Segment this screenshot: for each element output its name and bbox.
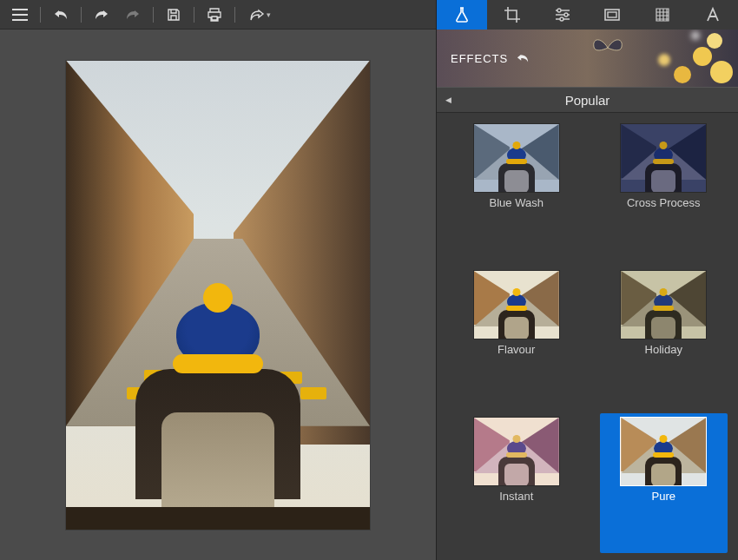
print-icon [207, 8, 222, 22]
separator [194, 7, 194, 23]
effect-blue-wash[interactable]: Blue Wash [452, 120, 581, 260]
main-photo [66, 61, 370, 530]
effect-thumbnail [620, 417, 707, 486]
effects-banner: EFFECTS [437, 30, 738, 87]
effect-instant[interactable]: Instant [452, 413, 581, 553]
effect-thumbnail [620, 123, 707, 193]
banner-decoration [582, 30, 738, 87]
redo-step-button[interactable] [118, 3, 148, 27]
separator [153, 7, 154, 23]
share-icon [249, 8, 265, 22]
save-button[interactable] [159, 3, 188, 27]
butterfly-icon [590, 35, 625, 61]
app-root: ▾ [0, 0, 738, 560]
redo-step-icon [124, 8, 142, 22]
svg-point-2 [560, 17, 563, 21]
canvas-area[interactable] [0, 30, 436, 560]
collapse-icon: ◀ [445, 96, 451, 104]
separator [81, 7, 82, 23]
crop-icon [504, 6, 521, 23]
editor-pane: ▾ [0, 0, 436, 560]
tab-texture[interactable] [637, 0, 688, 30]
text-icon [704, 6, 722, 23]
effect-label: Pure [652, 490, 675, 503]
tab-crop[interactable] [487, 0, 537, 30]
tool-tabs [437, 0, 738, 30]
side-panel: EFFECTS ◀ Popular [436, 0, 738, 560]
undo-button[interactable] [46, 3, 76, 27]
redo-button[interactable] [87, 3, 116, 27]
share-button[interactable]: ▾ [241, 3, 279, 27]
effect-thumbnail [473, 417, 560, 486]
svg-point-1 [564, 13, 568, 16]
tab-effects[interactable] [437, 0, 487, 30]
effect-holiday[interactable]: Holiday [600, 267, 728, 406]
effect-label: Flavour [497, 343, 535, 356]
effect-thumbnail [473, 123, 560, 193]
effect-thumbnail [473, 270, 560, 339]
flask-icon [453, 6, 471, 23]
effect-flavour[interactable]: Flavour [452, 267, 581, 406]
texture-icon [654, 6, 671, 23]
save-icon [167, 8, 181, 22]
effect-label: Blue Wash [490, 196, 544, 209]
category-label: Popular [565, 93, 610, 108]
effects-grid[interactable]: Blue Wash Cross Process Flavour [437, 113, 738, 560]
separator [234, 7, 235, 23]
effect-label: Holiday [645, 343, 682, 356]
effect-label: Instant [499, 490, 533, 503]
svg-rect-4 [608, 12, 616, 17]
effect-thumbnail [620, 270, 707, 339]
tab-adjust[interactable] [537, 0, 588, 30]
undo-icon [52, 8, 69, 22]
tab-frame[interactable] [587, 0, 637, 30]
tab-text[interactable] [688, 0, 738, 30]
effect-pure[interactable]: Pure [600, 413, 728, 553]
svg-point-0 [557, 9, 561, 12]
separator [40, 7, 41, 23]
reset-effects-icon[interactable] [515, 52, 530, 64]
print-button[interactable] [200, 3, 229, 27]
main-toolbar: ▾ [0, 0, 436, 30]
frame-icon [603, 6, 621, 23]
chevron-down-icon: ▾ [267, 10, 271, 19]
effect-cross-process[interactable]: Cross Process [600, 120, 728, 260]
effect-label: Cross Process [627, 196, 701, 209]
sliders-icon [554, 6, 571, 23]
category-bar[interactable]: ◀ Popular [437, 87, 738, 113]
panel-body: Blue Wash Cross Process Flavour [437, 113, 738, 560]
panel-title: EFFECTS [451, 52, 508, 65]
menu-icon [12, 9, 28, 21]
menu-button[interactable] [5, 3, 35, 27]
redo-icon [93, 8, 110, 22]
